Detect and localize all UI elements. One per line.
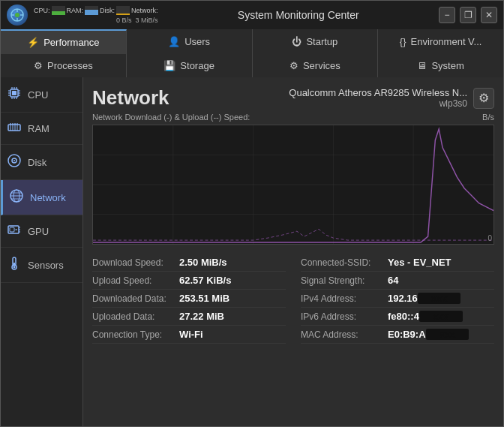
panel-device: Qualcomm Atheros AR9285 Wireless N... wl… bbox=[289, 87, 467, 109]
sidebar-item-ram[interactable]: RAM bbox=[1, 113, 82, 145]
tab-storage[interactable]: 💾 Storage bbox=[127, 54, 253, 77]
disk-mini-bar bbox=[116, 6, 130, 15]
disk-label: Disk bbox=[28, 157, 46, 168]
mac-redacted: xxx bbox=[426, 329, 470, 340]
app-icon bbox=[7, 5, 28, 26]
stat-ipv4: IPv4 Address: 192.16xxx bbox=[301, 290, 494, 308]
svg-rect-7 bbox=[12, 91, 16, 95]
titlebar: CPU: RAM: Disk: Network: 0 B/s 3 MiB/s S… bbox=[1, 1, 503, 29]
stat-ipv6: IPv6 Address: fe80::4xxx bbox=[301, 308, 494, 326]
tab-system[interactable]: 🖥 System bbox=[378, 54, 503, 77]
stats-grid: Download Speed: 2.50 MiB/s Upload Speed:… bbox=[92, 254, 494, 344]
cpu-mini-bar bbox=[52, 6, 65, 15]
environment-icon: {} bbox=[400, 36, 406, 47]
sidebar: CPU RAM bbox=[1, 77, 83, 426]
tab-performance[interactable]: ⚡ Performance bbox=[1, 29, 127, 54]
network-chart: 0 bbox=[92, 125, 494, 245]
sidebar-item-cpu[interactable]: CPU bbox=[1, 77, 82, 113]
panel-title: Network bbox=[92, 86, 170, 110]
sidebar-item-sensors[interactable]: Sensors bbox=[1, 248, 82, 283]
sidebar-item-gpu[interactable]: GPU bbox=[1, 215, 82, 248]
chart-zero-label: 0 bbox=[488, 234, 492, 242]
settings-button[interactable]: ⚙ bbox=[473, 88, 494, 109]
tab-environment[interactable]: {} Environment V... bbox=[378, 29, 503, 54]
tab-users[interactable]: 👤 Users bbox=[127, 29, 253, 54]
svg-point-31 bbox=[14, 160, 15, 161]
chart-label: Network Download (-) & Upload (--) Speed… bbox=[92, 113, 494, 122]
cpu-mini-stats: CPU: RAM: Disk: Network: 0 B/s 3 MiB/s bbox=[34, 6, 158, 24]
panel-header: Network Qualcomm Atheros AR9285 Wireless… bbox=[92, 86, 494, 110]
cpu-label: CPU bbox=[28, 89, 48, 101]
stat-signal-strength: Signal Strength: 64 bbox=[301, 272, 494, 290]
nav-row-1: ⚡ Performance 👤 Users ⏻ Startup {} Envir… bbox=[1, 29, 503, 54]
ram-mini-bar bbox=[85, 6, 98, 15]
svg-point-46 bbox=[14, 266, 16, 269]
network-label: Network bbox=[30, 192, 66, 203]
stat-upload-speed: Upload Speed: 62.57 KiB/s bbox=[92, 272, 286, 290]
disk-icon bbox=[7, 154, 22, 170]
stat-mac: MAC Address: E0:B9:Axxx bbox=[301, 326, 494, 344]
performance-icon: ⚡ bbox=[27, 37, 39, 48]
svg-rect-20 bbox=[8, 125, 20, 131]
device-name: Qualcomm Atheros AR9285 Wireless N... bbox=[289, 87, 467, 98]
gpu-icon bbox=[7, 224, 22, 238]
main-window: CPU: RAM: Disk: Network: 0 B/s 3 MiB/s S… bbox=[0, 0, 504, 427]
ipv6-redacted: xxx bbox=[419, 311, 463, 322]
stat-connection-type: Connection Type: Wi-Fi bbox=[92, 326, 286, 344]
ram-icon bbox=[7, 122, 22, 135]
stats-left: Download Speed: 2.50 MiB/s Upload Speed:… bbox=[92, 254, 286, 344]
close-button[interactable]: ✕ bbox=[481, 7, 497, 23]
tab-processes[interactable]: ⚙ Processes bbox=[1, 54, 127, 77]
svg-rect-38 bbox=[10, 227, 14, 232]
svg-point-1 bbox=[15, 13, 20, 17]
main-panel: Network Qualcomm Atheros AR9285 Wireless… bbox=[83, 77, 503, 426]
sensors-label: Sensors bbox=[28, 260, 64, 271]
stat-downloaded-data: Downloaded Data: 253.51 MiB bbox=[92, 290, 286, 308]
tab-services[interactable]: ⚙ Services bbox=[253, 54, 379, 77]
ram-label: RAM bbox=[28, 123, 50, 134]
nav-row-2: ⚙ Processes 💾 Storage ⚙ Services 🖥 Syste… bbox=[1, 54, 503, 77]
stats-right: Connected-SSID: Yes - EV_NET Signal Stre… bbox=[301, 254, 494, 344]
tab-startup[interactable]: ⏻ Startup bbox=[253, 29, 379, 54]
stat-ssid: Connected-SSID: Yes - EV_NET bbox=[301, 254, 494, 272]
ipv4-redacted: xxx bbox=[418, 293, 461, 304]
cpu-icon bbox=[7, 86, 22, 103]
processes-icon: ⚙ bbox=[34, 60, 43, 71]
users-icon: 👤 bbox=[168, 36, 180, 47]
sidebar-item-network[interactable]: Network bbox=[1, 180, 82, 215]
services-icon: ⚙ bbox=[290, 60, 298, 71]
device-iface: wlp3s0 bbox=[289, 98, 467, 109]
restore-button[interactable]: ❐ bbox=[460, 7, 476, 23]
sensors-icon bbox=[7, 257, 22, 273]
stat-download-speed: Download Speed: 2.50 MiB/s bbox=[92, 254, 286, 272]
content-area: CPU RAM bbox=[1, 77, 503, 426]
window-controls: − ❐ ✕ bbox=[439, 7, 497, 23]
network-icon bbox=[9, 189, 24, 206]
svg-point-39 bbox=[16, 229, 17, 230]
minimize-button[interactable]: − bbox=[439, 7, 455, 23]
window-title: System Monitoring Center bbox=[158, 9, 439, 21]
sidebar-item-disk[interactable]: Disk bbox=[1, 145, 82, 180]
titlebar-left: CPU: RAM: Disk: Network: 0 B/s 3 MiB/s bbox=[7, 5, 158, 26]
storage-icon: 💾 bbox=[164, 60, 176, 71]
startup-icon: ⏻ bbox=[292, 36, 302, 47]
stat-uploaded-data: Uploaded Data: 27.22 MiB bbox=[92, 308, 286, 326]
gpu-label: GPU bbox=[28, 226, 49, 237]
system-icon: 🖥 bbox=[417, 60, 427, 71]
